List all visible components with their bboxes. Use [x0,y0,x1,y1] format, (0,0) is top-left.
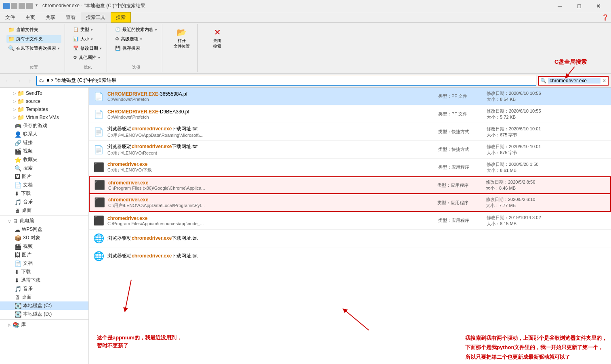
file-row-9[interactable]: 🌐 浏览器驱动chromedriver.exe下载网址.txt [89,230,611,247]
other-filter-btn[interactable]: ⚙ 其他属性 ▾ [71,54,103,61]
type-filter-btn[interactable]: 📋 类型 ▾ [71,26,103,33]
quick-access-btn2[interactable] [26,3,33,9]
sidebar-item-downloads[interactable]: ⬇ 下载 [0,189,88,198]
open-location-btn[interactable]: 📂 打开文件位置 [169,26,194,51]
file-size-1: 大小：8.54 KB [487,96,608,103]
cloud-icon: ☁ [15,226,20,233]
sidebar-item-label: 保存的游戏 [23,122,47,129]
file-row-4[interactable]: 📄 浏览器驱动chromedriver.exe下载网址.txt C:\用户\LE… [89,141,611,159]
close-button[interactable]: ✕ [589,0,608,12]
up-button[interactable]: ↑ [25,76,35,86]
minimize-button[interactable]: ─ [550,0,569,12]
sidebar-item-desktop[interactable]: 🖥 桌面 [0,206,88,215]
file-icon-txt2: 📄 [92,143,105,156]
file-row-10[interactable]: 🌐 浏览器驱动chromedriver.exe下载网址.txt [89,247,611,265]
other-dropdown: ▾ [98,56,100,60]
tab-share[interactable]: 共享 [40,12,61,22]
tab-file[interactable]: 文件 [0,12,20,22]
size-dropdown: ▾ [91,37,93,41]
sidebar-item-label: 图片 [22,173,31,180]
file-row-2[interactable]: 📄 CHROMEDRIVER.EXE-D9BEA330.pf C:\Window… [89,105,611,123]
name-highlight: chromedriver.exe [108,180,148,186]
tab-search[interactable]: 搜索 [111,12,131,23]
other-label: 其他属性 [79,54,97,61]
advanced-options-btn[interactable]: ⚙ 高级选项 ▾ [113,35,159,43]
sidebar-item-music[interactable]: 🎵 音乐 [0,198,88,206]
file-info-4: 浏览器驱动chromedriver.exe下载网址.txt C:\用户\LENO… [105,143,438,156]
sidebar-item-pictures[interactable]: 🖼 图片 [0,172,88,181]
sidebar-item-label: 音乐 [23,285,33,292]
file-type-6: 类型：应用程序 [437,182,486,188]
file-row-7[interactable]: ⬛ chromedriver.exe C:\用户\LENOVO\AppData\… [89,194,611,212]
date-filter-btn[interactable]: 📅 修改日期 ▾ [71,44,103,52]
size-filter-btn[interactable]: 📊 大小 ▾ [71,35,103,43]
sidebar-item-links[interactable]: 🔗 链接 [0,138,88,147]
sidebar-item-thispc[interactable]: ▽ 🖥 此电脑 [0,217,88,225]
sidebar-item-desktop2[interactable]: 🖥 桌面 [0,293,88,301]
sidebar-item-source[interactable]: ▷ 📁 source [0,97,88,105]
file-size-7: 大小：7.77 MB [486,203,607,209]
sidebar-item-videos2[interactable]: 🎬 视频 [0,242,88,251]
ribbon-help-button[interactable]: ❓ [599,12,611,22]
sidebar-item-contacts[interactable]: 👤 联系人 [0,130,88,138]
download-icon: ⬇ [15,190,19,197]
sidebar-item-documents[interactable]: 📄 文档 [0,181,88,189]
file-row-6[interactable]: ⬛ chromedriver.exe C:\Program Files (x86… [89,176,611,194]
sidebar-item-label: VirtualBox VMs [26,115,59,120]
forward-button[interactable]: → [14,76,23,86]
all-subfolders-btn[interactable]: 📁 所有子文件夹 [6,35,61,43]
search-clear-button[interactable]: ✕ [601,78,608,84]
tab-searchtool[interactable]: 搜索工具 [81,12,111,22]
sidebar-item-label: 音乐 [23,199,33,205]
sidebar-item-favorites[interactable]: ⭐ 收藏夹 [0,155,88,164]
sidebar-item-videos[interactable]: 🎬 视频 [0,147,88,155]
dropdown-arrow[interactable]: ▾ [36,3,38,9]
file-type-3: 类型：快捷方式 [438,129,487,135]
name-prefix: 浏览器驱动 [107,144,132,149]
file-row-1[interactable]: 📄 CHROMEDRIVER.EXE-3655598A.pf C:\Window… [89,88,611,105]
sidebar-item-library[interactable]: ▷ 📚 库 [0,320,88,329]
expand-arrow: ▽ [8,219,11,223]
address-path[interactable]: 🗂 ■ > "本地磁盘 (C:)"中的搜索结果 [36,76,536,86]
sidebar-item-3d[interactable]: 📦 3D 对象 [0,234,88,242]
sidebar-item-c-drive[interactable]: 💽 本地磁盘 (C:) [0,301,88,310]
dropdown-arrow-search: ▾ [58,46,60,50]
file-row-8[interactable]: ⬛ chromedriver.exe C:\Program Files\Appi… [89,212,611,230]
sidebar-item-d-drive[interactable]: 💽 本地磁盘 (D:) [0,310,88,318]
file-name-4: 浏览器驱动chromedriver.exe下载网址.txt [107,143,438,150]
tab-home[interactable]: 主页 [20,12,40,22]
recent-dropdown: ▾ [155,28,157,32]
file-row-3[interactable]: 📄 浏览器驱动chromedriver.exe下载网址.txt C:\用户\LE… [89,123,611,141]
sidebar-item-xunlei[interactable]: ⬇ 迅雷下载 [0,276,88,285]
desktop-icon: 🖥 [15,207,20,214]
back-button[interactable]: ← [2,76,12,86]
sidebar-item-pictures2[interactable]: 🖼 图片 [0,251,88,259]
sidebar-item-saved-games[interactable]: 🎮 保存的游戏 [0,121,88,130]
sidebar-item-virtualbox[interactable]: ▷ 📁 VirtualBox VMs [0,113,88,121]
file-icon-pf2: 📄 [92,108,105,121]
search-again-btn[interactable]: 🔍 在以下位置再次搜索 ▾ [6,44,61,52]
sidebar-item-downloads2[interactable]: ⬇ 下载 [0,268,88,276]
file-path-8: C:\Program Files\Appium\resources\app\no… [107,221,438,226]
save-search-btn[interactable]: 💾 保存搜索 [113,44,159,52]
sidebar-item-wps[interactable]: ☁ WPS网盘 [0,225,88,234]
quick-access-pin[interactable] [11,3,17,9]
recent-search-btn[interactable]: 🕐 最近的搜索内容 ▾ [113,26,159,33]
maximize-button[interactable]: □ [570,0,588,12]
sidebar-item-templates[interactable]: ▷ 📁 Templates [0,105,88,113]
tab-view[interactable]: 查看 [61,12,81,22]
current-folder-btn[interactable]: 📁 当前文件夹 [6,26,61,33]
sidebar-item-documents2[interactable]: 📄 文档 [0,259,88,268]
name-highlight: CHROMEDRIVER.EXE- [107,91,160,97]
main-layout: ▷ 📁 SendTo ▷ 📁 source ▷ 📁 Templates ▷ 📁 … [0,88,611,364]
quick-access-btn[interactable] [19,3,25,9]
close-search-btn[interactable]: ✕ 关闭搜索 [204,26,230,51]
current-folder-label: 当前文件夹 [16,27,38,33]
sidebar-item-search[interactable]: 🔍 搜索 [0,164,88,172]
file-row-5[interactable]: ⬛ chromedriver.exe C:\用户\LENOVO\下载 类型：应用… [89,159,611,176]
name-suffix: 下载网址.txt [172,253,197,259]
download-icon: ⬇ [15,269,19,275]
sidebar-item-sendto[interactable]: ▷ 📁 SendTo [0,89,88,97]
sidebar-item-music2[interactable]: 🎵 音乐 [0,285,88,293]
ribbon-group-options: 🕐 最近的搜索内容 ▾ ⚙ 高级选项 ▾ 💾 保存搜索 选项 [110,24,162,72]
